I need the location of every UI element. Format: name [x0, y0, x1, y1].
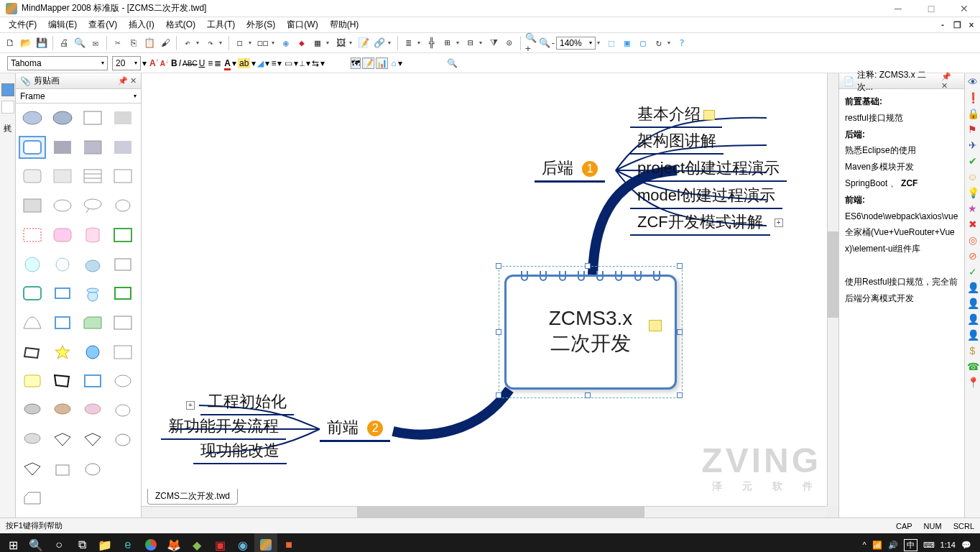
shape-item[interactable]	[49, 194, 76, 217]
node-frontend[interactable]: 前端 2	[320, 415, 390, 442]
shape-item[interactable]	[79, 136, 106, 159]
grow-font-button[interactable]: A↑	[149, 58, 159, 68]
mdi-restore[interactable]: ❐	[951, 20, 963, 30]
shape-item[interactable]	[109, 282, 137, 305]
link-button[interactable]: 🔗	[372, 36, 387, 50]
shape-item[interactable]	[109, 428, 137, 451]
menu-window[interactable]: 窗口(W)	[281, 17, 323, 32]
task-view[interactable]: ⧉	[70, 533, 93, 552]
shape-item[interactable]	[109, 341, 137, 364]
node-central[interactable]: ZCMS3.x 二次开发	[504, 275, 677, 390]
bold-button[interactable]: B	[171, 58, 177, 68]
tray-time[interactable]: 1:14	[940, 540, 956, 549]
view-map-button[interactable]: 🗺	[351, 58, 361, 69]
shape-category-dropdown[interactable]: Frame ▾	[16, 89, 141, 104]
shape-item[interactable]	[49, 399, 76, 422]
underline-button[interactable]: U	[199, 58, 205, 68]
resize-handle[interactable]	[585, 263, 591, 269]
node-backend[interactable]: 后端 1	[535, 156, 605, 183]
right-icon-person4[interactable]: 👤	[967, 329, 979, 341]
expand-toggle[interactable]: +	[186, 401, 195, 410]
align-left-button[interactable]: ≡	[208, 58, 213, 68]
format-painter-button[interactable]: 🖌	[158, 36, 172, 50]
right-icon-eye[interactable]: 👁	[967, 76, 979, 88]
task-app1[interactable]: ◆	[185, 533, 208, 552]
node-frontend-child[interactable]: 新功能开发流程	[161, 414, 286, 440]
shape-item[interactable]	[19, 458, 46, 481]
minimize-button[interactable]: ─	[888, 3, 908, 14]
shape-item[interactable]	[109, 165, 137, 188]
tray-notif[interactable]: 💬	[961, 540, 971, 550]
tray-net[interactable]: 📶	[872, 540, 882, 550]
shape-item[interactable]	[109, 399, 137, 422]
right-icon-smile[interactable]: ☺	[967, 171, 979, 183]
task-app3[interactable]: ◉	[231, 533, 254, 552]
node-frontend-child[interactable]: 工程初始化	[200, 390, 294, 415]
shape-item[interactable]	[49, 165, 76, 188]
task-chrome[interactable]	[139, 533, 162, 552]
italic-button[interactable]: I	[179, 58, 181, 68]
right-icon-cross[interactable]: ✖	[967, 218, 979, 230]
node-backend-child[interactable]: model创建过程演示	[630, 183, 782, 209]
shape-item[interactable]	[79, 282, 106, 305]
zoom-in-button[interactable]: 🔍+	[524, 36, 539, 50]
tray-ime[interactable]: 中	[904, 539, 917, 551]
right-icon-lock[interactable]: 🔒	[967, 108, 979, 119]
shape-item[interactable]	[49, 369, 76, 392]
direction-button[interactable]: ⇆	[312, 58, 319, 68]
zoom-select[interactable]: 140%▾	[556, 37, 596, 50]
shape-item[interactable]	[109, 224, 137, 247]
open-button[interactable]: 📂	[19, 36, 33, 50]
expand-toggle[interactable]: +	[775, 218, 783, 227]
notes-body[interactable]: 前置基础: restful接口规范 后端: 熟悉Eclipse的使用 Maven…	[839, 89, 964, 518]
menu-help[interactable]: 帮助(H)	[324, 17, 365, 32]
shape-item[interactable]	[79, 369, 106, 392]
right-icon-exclaim[interactable]: ❗	[967, 92, 979, 104]
right-icon-flag[interactable]: ⚑	[967, 124, 979, 135]
vertical-scrollbar[interactable]	[827, 73, 838, 506]
zoom-out-button[interactable]: 🔍-	[540, 36, 555, 50]
task-edge[interactable]: e	[116, 533, 139, 552]
right-icon-target[interactable]: ◎	[967, 234, 979, 246]
menu-edit[interactable]: 编辑(E)	[42, 17, 83, 32]
mdi-close[interactable]: ×	[966, 20, 977, 30]
view-outline-button[interactable]: 📝	[362, 58, 374, 69]
menu-shape[interactable]: 外形(S)	[241, 17, 281, 32]
right-icon-circle[interactable]: ⊘	[967, 250, 979, 262]
horizontal-scrollbar[interactable]	[142, 506, 827, 518]
callout-button[interactable]: ◉	[279, 36, 293, 50]
shape-item[interactable]	[19, 194, 46, 217]
task-firefox[interactable]: 🦊	[162, 533, 185, 552]
layout-button[interactable]: ╬	[425, 36, 439, 50]
shape-item[interactable]	[19, 487, 46, 510]
shape-item[interactable]	[19, 224, 46, 247]
shape-item[interactable]	[49, 282, 76, 305]
left-tab-shapes[interactable]	[1, 83, 14, 96]
task-search[interactable]: 🔍	[24, 533, 47, 552]
left-tab-other[interactable]	[1, 101, 14, 114]
tray-kb[interactable]: ⌨	[923, 540, 935, 550]
right-icon-person3[interactable]: 👤	[967, 313, 979, 325]
shape-item[interactable]	[79, 224, 106, 247]
menu-view[interactable]: 查看(V)	[83, 17, 123, 32]
topic-button[interactable]: ◻	[233, 36, 247, 50]
filter-button[interactable]: ⧩	[486, 36, 501, 50]
image-button[interactable]: 🖼	[333, 36, 348, 50]
refresh-button[interactable]: ↻	[652, 36, 666, 50]
shape-item[interactable]	[79, 253, 106, 276]
right-icon-money[interactable]: $	[967, 345, 979, 356]
note-icon[interactable]	[703, 110, 715, 120]
task-cortana[interactable]: ○	[47, 533, 70, 552]
right-icon-check[interactable]: ✔	[967, 155, 979, 167]
search-button[interactable]: 🔍	[447, 58, 458, 68]
resize-handle[interactable]	[496, 329, 501, 335]
view-gantt-button[interactable]: 📊	[376, 58, 388, 69]
fit-page-button[interactable]: ▣	[620, 36, 634, 50]
resize-handle[interactable]	[677, 263, 683, 269]
save-button[interactable]: 💾	[34, 36, 49, 50]
shape-item[interactable]	[109, 369, 137, 392]
note-button[interactable]: 📝	[356, 36, 371, 50]
expand-button[interactable]: ⊞	[440, 36, 455, 50]
task-mindmapper[interactable]	[254, 533, 277, 552]
shape-item[interactable]	[49, 253, 76, 276]
